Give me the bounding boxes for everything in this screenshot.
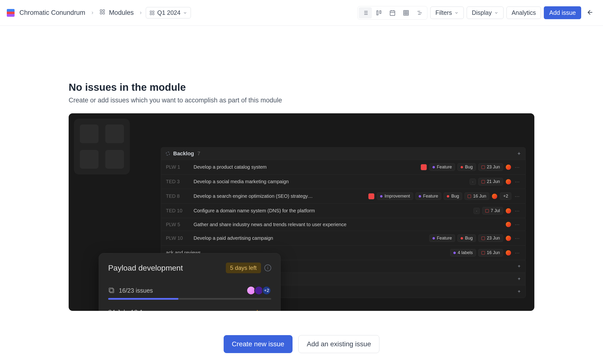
svg-rect-7: [152, 13, 154, 14]
view-spreadsheet[interactable]: [399, 7, 413, 18]
empty-state: No issues in the module Create or add is…: [0, 26, 603, 363]
chevron-down-icon: [183, 11, 187, 15]
empty-state-preview: Backlog 7 + PLW 1Develop a product catal…: [69, 113, 534, 311]
svg-rect-14: [377, 11, 378, 15]
layers-icon: [108, 287, 115, 294]
svg-rect-16: [390, 11, 395, 15]
view-kanban[interactable]: [372, 7, 385, 18]
filters-button[interactable]: Filters: [430, 7, 464, 19]
svg-rect-2: [100, 12, 102, 14]
star-icon: ★: [255, 308, 260, 311]
group-count: 7: [197, 151, 200, 157]
preview-issue-row: TED 8Develop a search engine optimizatio…: [161, 189, 525, 203]
preview-module-card: Payload development 5 days left i 16/23 …: [99, 253, 281, 311]
collapse-panel-button[interactable]: [584, 9, 596, 17]
view-calendar[interactable]: [386, 7, 399, 18]
more-icon: ⋯: [264, 309, 271, 311]
display-button[interactable]: Display: [467, 7, 504, 19]
avatar-overflow: +2: [262, 286, 271, 295]
chevron-right-icon: [90, 11, 95, 15]
module-selector[interactable]: Q1 2024: [146, 7, 191, 18]
chevron-down-icon: [454, 11, 459, 15]
view-list[interactable]: [359, 7, 372, 18]
preview-issue-row: TED 3Develop a social media marketing ca…: [161, 174, 525, 189]
project-logo: [7, 9, 14, 17]
issues-count-text: 16/23 issues: [119, 287, 153, 294]
filters-label: Filters: [435, 9, 452, 16]
svg-rect-3: [103, 12, 104, 14]
chevron-down-icon: [494, 11, 499, 15]
empty-title: No issues in the module: [69, 82, 534, 93]
progress-bar: [108, 298, 271, 300]
backlog-status-icon: [166, 152, 170, 155]
view-gantt[interactable]: [413, 7, 426, 18]
module-selected-label: Q1 2024: [157, 9, 180, 16]
preview-grid-icon: [74, 119, 130, 175]
preview-issue-row: PLW 5Gather and share industry news and …: [161, 218, 525, 231]
view-switcher: [358, 6, 427, 20]
empty-subtitle: Create or add issues which you want to a…: [69, 97, 534, 104]
issues-count: 16/23 issues: [108, 287, 153, 294]
module-card-title: Payload development: [108, 264, 183, 272]
svg-rect-1: [103, 10, 104, 12]
group-name: Backlog: [173, 151, 194, 157]
grid-icon: [150, 10, 155, 15]
preview-issue-row: TED 10Configure a domain name system (DN…: [161, 203, 525, 218]
breadcrumb-project[interactable]: Chromatic Conundrum: [17, 9, 87, 16]
svg-rect-5: [152, 11, 154, 12]
analytics-label: Analytics: [511, 9, 536, 16]
svg-rect-4: [150, 11, 151, 12]
analytics-button[interactable]: Analytics: [507, 7, 541, 19]
svg-rect-0: [100, 10, 102, 12]
svg-rect-20: [404, 11, 408, 15]
chevron-right-icon: [139, 11, 143, 15]
assignee-avatars: +2: [248, 286, 271, 295]
add-issue-button[interactable]: Add issue: [544, 6, 581, 19]
info-icon: i: [264, 265, 271, 271]
modules-icon: [99, 9, 105, 15]
svg-rect-6: [150, 13, 151, 14]
add-icon: +: [517, 151, 521, 157]
add-existing-issue-button[interactable]: Add an existing issue: [298, 335, 380, 353]
preview-group-header: Backlog 7 +: [161, 148, 525, 160]
breadcrumb-modules[interactable]: Modules: [97, 9, 136, 16]
display-label: Display: [472, 9, 492, 16]
app-header: Chromatic Conundrum Modules Q1 2024: [0, 0, 603, 26]
svg-rect-15: [380, 11, 381, 13]
preview-issue-row: PLW 1Develop a product catalog systemFea…: [161, 160, 525, 174]
preview-issue-row: PLW 10Develop a paid advertising campaig…: [161, 231, 525, 245]
date-range: 24 Jul - 12 Aug: [108, 308, 150, 311]
breadcrumb-modules-label: Modules: [109, 9, 134, 16]
create-new-issue-button[interactable]: Create new issue: [224, 335, 292, 353]
empty-state-actions: Create new issue Add an existing issue: [224, 335, 380, 353]
days-left-badge: 5 days left: [226, 263, 261, 273]
